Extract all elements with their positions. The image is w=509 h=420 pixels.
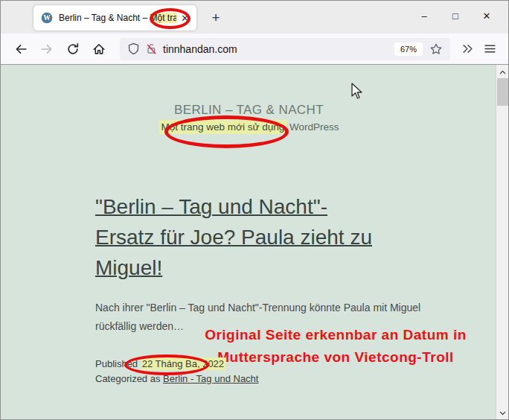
maximize-button[interactable]: □	[440, 5, 471, 28]
vertical-scrollbar[interactable]	[496, 65, 508, 420]
post-title-link[interactable]: "Berlin – Tag und Nacht"- Ersatz für Joe…	[95, 191, 419, 283]
tab-title: Berlin – Tag & Nacht – Một tran	[59, 13, 176, 23]
tab-title-highlight: Một tran	[150, 13, 177, 23]
reload-button[interactable]	[62, 38, 84, 60]
tagline-highlight: Một trang web mới sử dụng	[159, 120, 287, 134]
wordpress-favicon-icon: W	[41, 12, 53, 24]
cursor-arrow-icon	[350, 83, 365, 101]
forward-icon	[40, 42, 54, 56]
back-button[interactable]	[10, 38, 32, 60]
browser-window: W Berlin – Tag & Nacht – Một tran ✕ + – …	[0, 0, 509, 420]
url-bar[interactable]: tinnhandan.com 67%	[120, 38, 450, 60]
minimize-button[interactable]: –	[409, 5, 440, 28]
tab-bar: W Berlin – Tag & Nacht – Một tran ✕ + – …	[1, 1, 508, 34]
scroll-up-button[interactable]	[496, 66, 508, 78]
reload-icon	[66, 42, 80, 56]
url-text[interactable]: tinnhandan.com	[163, 43, 394, 55]
svg-text:W: W	[43, 14, 51, 22]
chevron-down-icon	[499, 411, 506, 416]
new-tab-button[interactable]: +	[206, 8, 225, 28]
tab-close-icon[interactable]: ✕	[179, 13, 191, 24]
page-content: BERLIN – TAG & NACHT Một trang web mới s…	[1, 65, 508, 420]
published-date: 22 Tháng Ba, 2022	[141, 357, 225, 370]
app-menu-button[interactable]	[478, 38, 501, 60]
scroll-down-button[interactable]	[496, 407, 508, 419]
scrollbar-thumb[interactable]	[497, 78, 508, 106]
close-button[interactable]: ✕	[471, 5, 502, 28]
zoom-level-badge[interactable]: 67%	[394, 42, 423, 56]
categorized-line: Categorized as Berlin - Tag und Nacht	[95, 373, 258, 384]
window-controls: – □ ✕	[409, 5, 502, 28]
home-button[interactable]	[88, 38, 110, 60]
hamburger-menu-icon	[484, 42, 496, 55]
shield-icon[interactable]	[127, 42, 140, 55]
home-icon	[92, 42, 106, 56]
insecure-lock-icon[interactable]	[145, 42, 158, 55]
back-icon	[14, 42, 28, 56]
site-title[interactable]: BERLIN – TAG & NACHT	[1, 103, 497, 118]
site-tagline: Một trang web mới sử dụng WordPress	[1, 121, 497, 133]
forward-button[interactable]	[36, 38, 58, 60]
mouse-cursor	[350, 83, 365, 104]
chevron-up-icon	[499, 70, 506, 74]
overflow-menu-button[interactable]	[456, 38, 478, 60]
published-line: Published 22 Tháng Ba, 2022	[95, 358, 225, 369]
navigation-toolbar: tinnhandan.com 67%	[1, 34, 508, 65]
bookmark-star-icon[interactable]	[429, 42, 443, 56]
double-chevron-icon	[461, 42, 474, 55]
category-link[interactable]: Berlin - Tag und Nacht	[163, 373, 258, 384]
browser-tab[interactable]: W Berlin – Tag & Nacht – Một tran ✕	[33, 5, 196, 31]
